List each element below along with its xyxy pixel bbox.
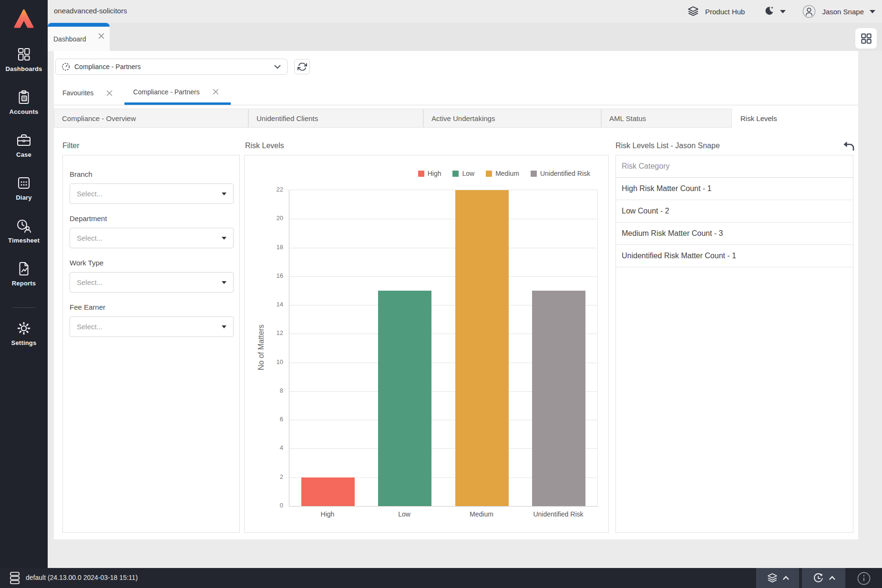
risk-list-card: Risk Category High Risk Matter Count - 1… <box>615 155 853 533</box>
clock-history-icon <box>812 572 825 585</box>
chart-gridline <box>289 219 597 219</box>
filter-card: BranchSelect...DepartmentSelect...Work T… <box>62 155 240 533</box>
sidebar-item-reports[interactable]: Reports <box>0 256 48 297</box>
y-axis-tick-label: 16 <box>259 272 283 279</box>
dashboard-select[interactable]: Compliance - Partners <box>55 59 287 75</box>
dashboard-tab-compliance-partners[interactable]: Compliance - Partners <box>124 81 230 105</box>
y-axis-tick-label: 6 <box>259 416 283 423</box>
filter-select-department[interactable]: Select... <box>70 228 234 248</box>
y-axis-tick-label: 12 <box>259 329 283 336</box>
sidebar-item-dashboards[interactable]: Dashboards <box>0 42 48 83</box>
legend-label: High <box>428 170 441 177</box>
section-tab-strip: Compliance - OverviewUnidentified Client… <box>0 109 882 128</box>
sidebar-item-case[interactable]: Case <box>0 128 48 169</box>
sidebar-divider <box>13 307 35 308</box>
y-axis-tick-label: 22 <box>259 186 283 193</box>
section-tab-label: Active Undertakings <box>431 114 495 122</box>
x-axis-category-label: Low <box>398 510 410 518</box>
filter-label-fee-earner: Fee Earner <box>70 303 105 311</box>
select-placeholder: Select... <box>77 190 222 198</box>
sidebar-item-label: Diary <box>0 194 48 201</box>
filter-select-fee-earner[interactable]: Select... <box>70 316 234 337</box>
user-avatar-icon[interactable] <box>802 4 816 19</box>
tab-strip-divider <box>54 105 858 105</box>
gauge-icon <box>62 62 70 71</box>
sidebar: DashboardsAccountsCaseDiaryTimesheetRepo… <box>0 0 48 568</box>
y-axis-tick-label: 2 <box>259 473 283 480</box>
y-axis-tick-label: 8 <box>259 387 283 394</box>
sidebar-item-label: Dashboards <box>0 65 48 72</box>
y-axis-tick-label: 4 <box>259 444 283 451</box>
case-icon <box>0 128 48 148</box>
filter-select-branch[interactable]: Select... <box>70 183 234 204</box>
x-axis-category-label: Medium <box>470 510 493 518</box>
risk-list-row: Low Count - 2 <box>616 200 853 223</box>
legend-item-unidentified-risk: Unidentified Risk <box>531 170 590 177</box>
close-icon[interactable] <box>212 88 219 95</box>
risk-list-title: Risk Levels List - Jason Snape <box>615 142 720 150</box>
filter-label-department: Department <box>70 214 107 223</box>
accounts-icon <box>0 85 48 105</box>
theme-moon-icon[interactable] <box>763 6 774 17</box>
filter-label-work-type: Work Type <box>70 259 103 267</box>
section-tab-label: Compliance - Overview <box>62 114 136 122</box>
app-window: oneadvanced-solicitors Product Hub <box>0 0 882 588</box>
sidebar-item-diary[interactable]: Diary <box>0 171 48 212</box>
diary-icon <box>0 171 48 191</box>
layers-icon <box>766 572 779 584</box>
chart-bar-unidentified-risk <box>532 291 585 506</box>
section-tab-active-undertakings[interactable]: Active Undertakings <box>423 109 601 128</box>
section-tab-aml-status[interactable]: AML Status <box>601 109 732 128</box>
close-icon[interactable] <box>106 90 113 97</box>
undo-icon[interactable] <box>842 140 855 153</box>
history-panel-button[interactable] <box>802 568 845 588</box>
chart-legend: HighLowMediumUnidentified Risk <box>418 170 590 177</box>
workspace-title: oneadvanced-solicitors <box>54 7 127 15</box>
sidebar-item-accounts[interactable]: Accounts <box>0 85 48 126</box>
sidebar-item-label: Timesheet <box>0 237 48 244</box>
sidebar-item-settings[interactable]: Settings <box>0 316 48 346</box>
risk-list-row: Medium Risk Matter Count - 3 <box>616 223 853 245</box>
select-placeholder: Select... <box>77 323 222 331</box>
chart-bar-low <box>378 291 431 506</box>
user-name[interactable]: Jason Snape <box>822 8 864 16</box>
section-tab-risk-levels[interactable]: Risk Levels <box>733 109 857 128</box>
sidebar-item-timesheet[interactable]: Timesheet <box>0 213 48 254</box>
sidebar-item-label: Settings <box>0 339 48 346</box>
bar-chart-plot-area <box>289 190 598 507</box>
layout-grid-button[interactable] <box>855 28 877 49</box>
dashboard-tab-strip: FavouritesCompliance - Partners <box>54 81 231 105</box>
section-tab-label: AML Status <box>609 114 646 122</box>
tab-dashboard-close-icon[interactable] <box>98 32 105 40</box>
section-tab-label: Risk Levels <box>740 114 777 122</box>
sidebar-item-label: Case <box>0 151 48 158</box>
dashboard-tab-favourites[interactable]: Favourites <box>54 81 124 105</box>
legend-swatch <box>418 171 424 177</box>
filter-select-work-type[interactable]: Select... <box>70 272 234 293</box>
legend-swatch <box>452 171 459 177</box>
caret-down-icon <box>222 325 226 328</box>
product-hub-link[interactable]: Product Hub <box>705 8 745 16</box>
chart-gridline <box>289 248 597 248</box>
tab-dashboard[interactable]: Dashboard <box>48 23 110 51</box>
theme-chevron-down-icon[interactable] <box>780 10 786 13</box>
oneadvanced-logo-icon <box>13 9 34 29</box>
section-tab-compliance-overview[interactable]: Compliance - Overview <box>54 109 248 128</box>
legend-label: Unidentified Risk <box>540 170 590 177</box>
risk-list-row: High Risk Matter Count - 1 <box>616 178 853 200</box>
sidebar-item-label: Accounts <box>0 108 48 115</box>
section-tab-unidentified-clients[interactable]: Unidentified Clients <box>248 109 423 128</box>
refresh-dashboard-button[interactable] <box>294 59 310 74</box>
select-placeholder: Select... <box>77 278 222 286</box>
y-axis-tick-label: 14 <box>259 301 283 308</box>
chart-bar-high <box>301 477 355 506</box>
dashboard-tab-label: Compliance - Partners <box>133 88 199 96</box>
info-icon[interactable] <box>857 571 871 586</box>
y-axis-tick-label: 20 <box>259 214 283 222</box>
caret-down-icon <box>222 237 226 240</box>
gear-icon <box>0 316 48 336</box>
y-axis-tick-label: 18 <box>259 243 283 251</box>
user-chevron-down-icon[interactable] <box>870 10 875 13</box>
layers-panel-button[interactable] <box>756 568 799 588</box>
chevron-up-icon <box>829 576 836 580</box>
